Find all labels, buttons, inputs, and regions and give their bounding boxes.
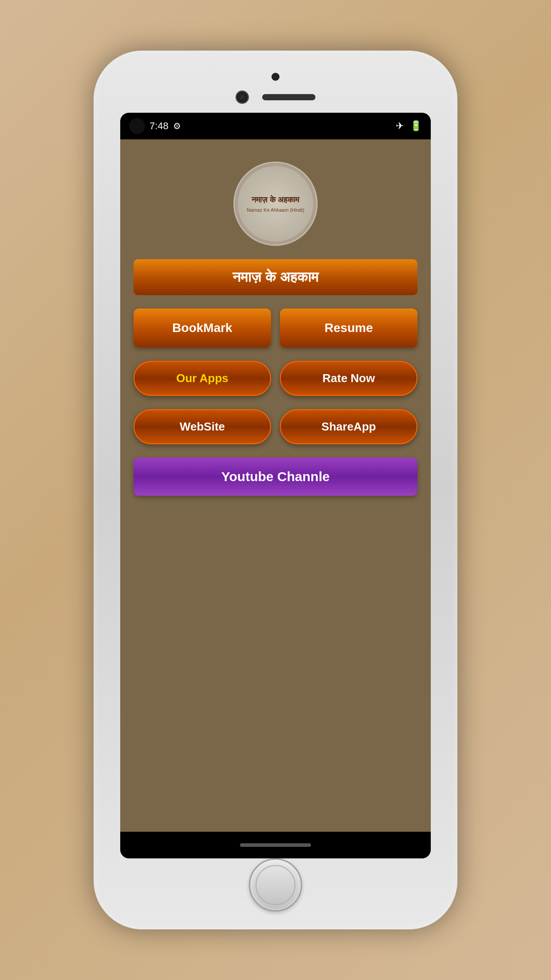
- phone-screen: 7:48 ⚙ ✈ 🔋 नमाज़ के अहकाम Namaz Ke Ahkaa…: [120, 113, 431, 858]
- youtube-button[interactable]: Youtube Channle: [134, 458, 417, 496]
- button-row-2: Our Apps Rate Now: [134, 361, 417, 396]
- phone-speaker: [262, 94, 315, 100]
- app-content: नमाज़ के अहकाम Namaz Ke Ahkaam (Hindi) न…: [120, 139, 431, 832]
- home-button[interactable]: [249, 858, 302, 912]
- button-row-3: WebSite ShareApp: [134, 409, 417, 444]
- status-right: ✈ 🔋: [396, 120, 422, 132]
- front-camera-lens: [236, 91, 249, 104]
- rate-now-button[interactable]: Rate Now: [280, 361, 417, 396]
- airplane-icon: ✈: [396, 120, 404, 132]
- bookmark-button[interactable]: BookMark: [134, 308, 271, 348]
- bottom-bar: [120, 832, 431, 858]
- status-left: 7:48 ⚙: [129, 118, 181, 134]
- button-row-1: BookMark Resume: [134, 308, 417, 348]
- resume-button[interactable]: Resume: [280, 308, 417, 348]
- battery-icon: 🔋: [410, 120, 422, 132]
- app-logo-subtitle: Namaz Ke Ahkaam (Hindi): [247, 207, 304, 213]
- camera-dot: [272, 73, 279, 81]
- home-button-inner: [256, 865, 295, 905]
- status-dot: [129, 118, 145, 134]
- app-logo-text: नमाज़ के अहकाम: [252, 195, 299, 205]
- website-button[interactable]: WebSite: [134, 409, 271, 444]
- our-apps-button[interactable]: Our Apps: [134, 361, 271, 396]
- home-indicator: [240, 843, 311, 847]
- app-logo-inner: नमाज़ के अहकाम Namaz Ke Ahkaam (Hindi): [238, 166, 313, 241]
- title-bar: नमाज़ के अहकाम: [134, 259, 417, 295]
- app-logo: नमाज़ के अहकाम Namaz Ke Ahkaam (Hindi): [233, 162, 318, 246]
- share-app-button[interactable]: ShareApp: [280, 409, 417, 444]
- app-title: नमाज़ के अहकाम: [232, 269, 319, 285]
- phone-device: 7:48 ⚙ ✈ 🔋 नमाज़ के अहकाम Namaz Ke Ahkaa…: [94, 51, 457, 929]
- front-camera-area: [236, 91, 315, 104]
- gear-icon: ⚙: [173, 121, 181, 131]
- status-bar: 7:48 ⚙ ✈ 🔋: [120, 113, 431, 139]
- status-time: 7:48: [150, 120, 169, 132]
